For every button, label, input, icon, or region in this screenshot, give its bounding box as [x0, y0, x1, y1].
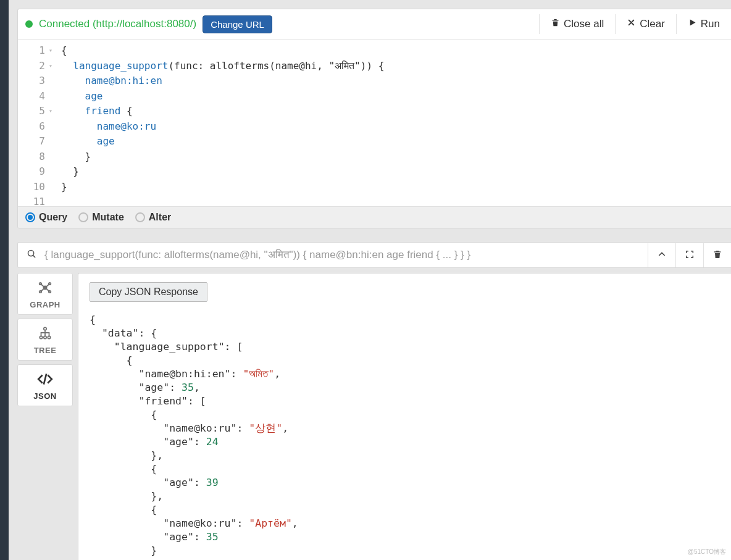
- query-editor[interactable]: 1234567891011 { language_support(func: a…: [18, 40, 731, 206]
- clear-label: Clear: [640, 18, 665, 30]
- trash-icon: [551, 18, 560, 30]
- clear-button[interactable]: Clear: [615, 14, 676, 34]
- svg-point-12: [40, 336, 42, 338]
- svg-point-14: [48, 336, 50, 338]
- trash-icon: [712, 249, 722, 261]
- fullscreen-button[interactable]: [675, 243, 703, 267]
- delete-query-button[interactable]: [703, 243, 731, 267]
- close-icon: [627, 18, 636, 30]
- chevron-up-icon: [657, 249, 667, 261]
- mode-alter-radio[interactable]: Alter: [135, 212, 171, 223]
- svg-line-1: [33, 256, 36, 258]
- code-icon: [37, 371, 53, 389]
- svg-point-11: [44, 327, 46, 330]
- result-body: Copy JSON Response { "data": { "language…: [78, 273, 731, 560]
- topbar: Connected (http://localhost:8080/) Chang…: [18, 9, 731, 40]
- tab-graph[interactable]: GRAPH: [17, 273, 73, 315]
- collapse-button[interactable]: [648, 243, 675, 267]
- mode-mutate-label: Mutate: [92, 212, 124, 223]
- play-icon: [688, 18, 697, 30]
- expand-icon: [685, 249, 695, 261]
- query-summary-text[interactable]: { language_support(func: allofterms(name…: [42, 243, 648, 267]
- mode-mutate-radio[interactable]: Mutate: [78, 212, 124, 223]
- editor-gutter: 1234567891011: [18, 40, 55, 206]
- close-all-button[interactable]: Close all: [539, 14, 615, 34]
- connection-status-dot: [25, 20, 33, 28]
- query-summary-bar: { language_support(func: allofterms(name…: [17, 242, 731, 268]
- tab-graph-label: GRAPH: [30, 300, 60, 309]
- connection-status-text: Connected (http://localhost:8080/): [39, 18, 196, 30]
- tab-tree[interactable]: TREE: [17, 319, 73, 361]
- watermark: @51CTO博客: [688, 548, 726, 556]
- tab-tree-label: TREE: [34, 346, 57, 355]
- search-icon: [18, 249, 42, 261]
- close-all-label: Close all: [564, 18, 604, 30]
- tree-icon: [37, 325, 53, 343]
- mode-query-radio[interactable]: Query: [25, 212, 67, 223]
- graph-icon: [37, 280, 53, 298]
- run-label: Run: [701, 18, 720, 30]
- run-button[interactable]: Run: [676, 14, 731, 34]
- json-response[interactable]: { "data": { "language_support": [ { "nam…: [90, 313, 720, 558]
- editor-code[interactable]: { language_support(func: allofterms(name…: [55, 40, 731, 206]
- results-area: GRAPH TREE JSON Copy JSON Response { "da…: [17, 273, 731, 560]
- mode-bar: Query Mutate Alter: [18, 206, 731, 228]
- tab-json-label: JSON: [33, 391, 56, 401]
- tab-json[interactable]: JSON: [17, 364, 73, 406]
- svg-point-13: [44, 336, 46, 338]
- copy-json-button[interactable]: Copy JSON Response: [90, 282, 207, 302]
- svg-point-0: [28, 250, 33, 256]
- mode-query-label: Query: [39, 212, 67, 223]
- change-url-button[interactable]: Change URL: [203, 15, 272, 33]
- mode-alter-label: Alter: [149, 212, 171, 223]
